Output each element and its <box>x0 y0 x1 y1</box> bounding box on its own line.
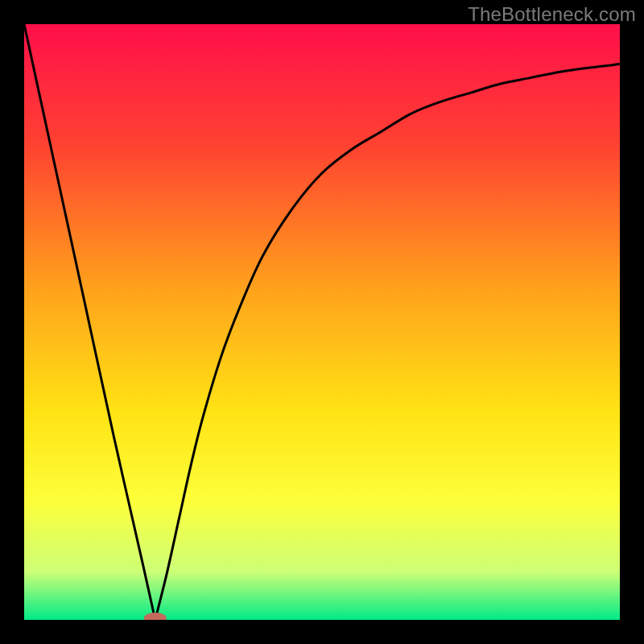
gradient-bg <box>24 24 620 620</box>
plot-area <box>24 24 620 620</box>
chart-frame: TheBottleneck.com <box>0 0 644 644</box>
chart-svg <box>24 24 620 620</box>
watermark-text: TheBottleneck.com <box>468 3 636 26</box>
